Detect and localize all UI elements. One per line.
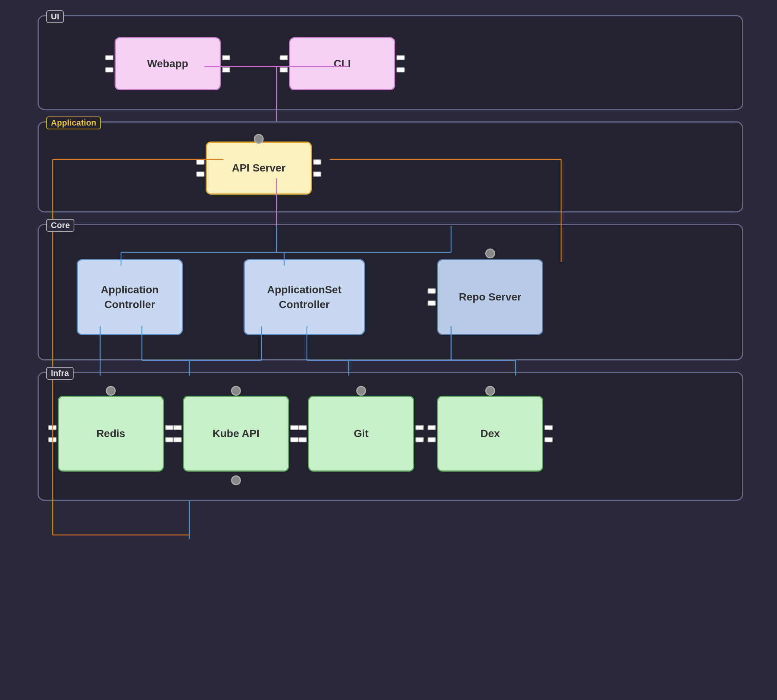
ui-layer: UI Webapp CLI xyxy=(38,15,743,110)
git-label: Git xyxy=(354,428,369,440)
webapp-label: Webapp xyxy=(147,58,188,70)
dex-component: Dex xyxy=(437,396,543,472)
port xyxy=(173,425,182,430)
redis-component: Redis xyxy=(58,396,164,472)
port xyxy=(196,172,205,177)
kube-left-ports xyxy=(173,425,182,442)
webapp-right-ports xyxy=(222,55,230,72)
repo-server-left-ports xyxy=(428,288,436,306)
port xyxy=(48,425,57,430)
kube-right-ports xyxy=(290,425,298,442)
cli-label: CLI xyxy=(333,58,350,70)
api-server-right-ports xyxy=(313,159,321,177)
port xyxy=(428,300,436,306)
port xyxy=(290,425,298,430)
webapp-left-ports xyxy=(105,55,113,72)
dex-right-ports xyxy=(544,425,553,442)
api-server-top-connector xyxy=(254,134,263,144)
port xyxy=(165,425,173,430)
core-layer: Core Application Controller ApplicationS… xyxy=(38,224,743,360)
repo-server-component: Repo Server xyxy=(437,259,543,335)
app-controller-component: Application Controller xyxy=(77,259,183,335)
cli-right-ports xyxy=(397,55,405,72)
kube-top-connector xyxy=(231,386,241,396)
port xyxy=(290,437,298,442)
dex-left-ports xyxy=(428,425,436,442)
git-top-connector xyxy=(356,386,366,396)
port xyxy=(165,437,173,442)
port xyxy=(298,437,307,442)
git-component: Git xyxy=(308,396,414,472)
redis-right-ports xyxy=(165,425,173,442)
application-layer-label: Application xyxy=(46,117,101,129)
redis-top-connector xyxy=(106,386,116,396)
architecture-diagram: UI Webapp CLI xyxy=(18,12,759,687)
core-layer-label: Core xyxy=(46,219,74,232)
port xyxy=(105,55,113,60)
port xyxy=(48,437,57,442)
port xyxy=(544,425,553,430)
api-server-label: API Server xyxy=(232,162,286,174)
kube-api-component: Kube API xyxy=(183,396,289,472)
repo-server-label: Repo Server xyxy=(459,291,522,303)
port xyxy=(222,67,230,72)
port xyxy=(173,437,182,442)
port xyxy=(313,172,321,177)
kube-api-label: Kube API xyxy=(212,428,259,440)
redis-left-ports xyxy=(48,425,57,442)
port xyxy=(415,425,424,430)
port xyxy=(280,67,288,72)
repo-server-top-connector xyxy=(485,248,495,258)
appset-controller-component: ApplicationSet Controller xyxy=(243,259,365,335)
port xyxy=(105,67,113,72)
ui-layer-label: UI xyxy=(46,10,64,23)
port xyxy=(415,437,424,442)
port xyxy=(298,425,307,430)
api-server-component: API Server xyxy=(206,142,312,195)
port xyxy=(544,437,553,442)
port xyxy=(397,67,405,72)
api-server-left-ports xyxy=(196,159,205,177)
port xyxy=(428,437,436,442)
port xyxy=(428,425,436,430)
dex-top-connector xyxy=(485,386,495,396)
port xyxy=(280,55,288,60)
port xyxy=(428,288,436,294)
port xyxy=(313,159,321,165)
cli-component: CLI xyxy=(289,37,395,90)
app-controller-label: Application Controller xyxy=(101,282,158,312)
appset-controller-label: ApplicationSet Controller xyxy=(267,282,342,312)
infra-layer-label: Infra xyxy=(46,367,73,380)
port xyxy=(222,55,230,60)
port xyxy=(196,159,205,165)
kube-bottom-connector xyxy=(231,475,241,485)
cli-left-ports xyxy=(280,55,288,72)
dex-label: Dex xyxy=(480,428,500,440)
application-layer: Application API Server xyxy=(38,122,743,212)
webapp-component: Webapp xyxy=(115,37,221,90)
infra-layer: Infra Redis Kube API xyxy=(38,372,743,501)
git-left-ports xyxy=(298,425,307,442)
redis-label: Redis xyxy=(97,428,125,440)
port xyxy=(397,55,405,60)
git-right-ports xyxy=(415,425,424,442)
